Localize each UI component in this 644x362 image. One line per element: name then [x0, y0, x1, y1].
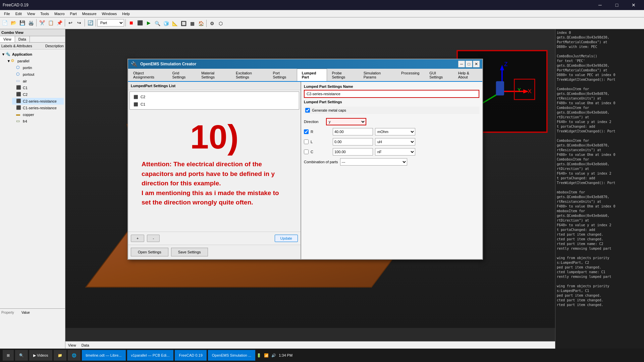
tab-excitation-settings[interactable]: Excitation Settings: [231, 69, 268, 81]
maximize-button[interactable]: □: [609, 0, 625, 10]
tab-gui-settings[interactable]: GUI Settings: [424, 69, 453, 81]
tb-shape[interactable]: ⬛: [136, 19, 144, 27]
menu-help[interactable]: Help: [119, 11, 132, 16]
taskbar-openems[interactable]: OpenEMS Simulation ...: [208, 350, 255, 361]
tree-c1-series[interactable]: ⬛ C1-series-resistance: [12, 105, 64, 111]
tab-object-assignments[interactable]: Object Assignments: [128, 69, 167, 81]
l-unit-select[interactable]: uH H mH nH: [375, 138, 415, 145]
expand-icon[interactable]: ▼: [1, 52, 5, 56]
tb-view3[interactable]: 📐: [171, 19, 179, 27]
dialog-minimize[interactable]: ─: [458, 61, 465, 67]
tree-fr4[interactable]: ▭ fr4: [12, 118, 64, 125]
tab-port-settings[interactable]: Port Settings: [268, 69, 297, 81]
close-button[interactable]: ✕: [626, 0, 641, 10]
r-checkbox[interactable]: [304, 129, 309, 134]
c-value-input[interactable]: [333, 148, 373, 156]
view-tab-label[interactable]: View: [68, 343, 76, 347]
taskbar-freecad[interactable]: FreeCAD 0.19: [175, 350, 206, 361]
dialog-maximize[interactable]: □: [466, 61, 472, 67]
menu-part[interactable]: Part: [67, 11, 79, 16]
data-tab-label[interactable]: Data: [82, 343, 89, 347]
generate-metal-caps-checkbox[interactable]: [305, 108, 310, 113]
tree-children: ▼ ⚙ parallel ⬡ portin ⬡ porto: [1, 58, 64, 125]
value-header-label: Value: [21, 311, 30, 314]
direction-select[interactable]: y x z: [326, 118, 366, 125]
taskbar-start[interactable]: ⊞: [3, 350, 14, 361]
viewport-area: y direction! Z X Y: [65, 29, 555, 341]
l-value-input[interactable]: [333, 138, 373, 145]
taskbar-v1parallel[interactable]: v1parallel — PCB Edi...: [127, 350, 174, 361]
tab-help-about[interactable]: Help & About: [453, 69, 482, 81]
taskbar-chrome[interactable]: 🌐: [68, 350, 80, 361]
r-unit-select[interactable]: mOhm Ohm kOhm: [375, 128, 415, 135]
tree-c1[interactable]: ⬛ C1: [12, 84, 64, 91]
tab-view[interactable]: View: [0, 36, 15, 42]
tb-save[interactable]: 💾: [18, 19, 26, 27]
taskbar-files[interactable]: 📁: [54, 350, 66, 361]
tb-view1[interactable]: 🔍: [153, 19, 161, 27]
taskbar-timeline[interactable]: timeline.odt — Libre...: [82, 350, 126, 361]
tb-snap1[interactable]: ⚙: [208, 19, 216, 27]
tab-simulation-params[interactable]: Simulation Params: [359, 69, 396, 81]
tree-copper[interactable]: ▬ copper: [12, 111, 64, 118]
save-settings-button[interactable]: Save Settings: [171, 248, 208, 256]
tb-stop[interactable]: ⏹: [127, 19, 135, 27]
taskbar-videos[interactable]: ▶ Videos: [29, 350, 52, 361]
tb-view4[interactable]: 🔲: [179, 19, 187, 27]
menu-macro[interactable]: Macro: [52, 11, 67, 16]
parallel-expand[interactable]: ▼: [7, 59, 11, 63]
tab-tasks[interactable]: Data: [15, 36, 30, 42]
combination-select[interactable]: --- series parallel: [340, 158, 407, 166]
taskbar-search[interactable]: 🔍: [15, 350, 28, 361]
settings-name-input[interactable]: [304, 90, 479, 98]
menu-measure[interactable]: Measure: [79, 11, 99, 16]
svg-rect-24: [496, 81, 504, 96]
tree-parallel[interactable]: ▼ ⚙ parallel: [7, 58, 64, 64]
list-item-c2[interactable]: ⬛ C2: [131, 93, 298, 101]
tab-processing[interactable]: Processing: [396, 69, 424, 81]
tb-view5[interactable]: ▦: [188, 19, 196, 27]
menu-tools[interactable]: Tools: [38, 11, 52, 16]
minimize-button[interactable]: ─: [592, 0, 608, 10]
tab-lumped-part[interactable]: Lumped Part: [297, 69, 327, 81]
dialog-close[interactable]: ✕: [473, 61, 480, 67]
part-dropdown[interactable]: Part: [97, 19, 124, 26]
update-button[interactable]: Update: [275, 235, 298, 242]
list-item-c1[interactable]: ⬛ C1: [131, 101, 298, 108]
c-unit-select[interactable]: nF F mF uF pF: [375, 148, 415, 156]
add-button[interactable]: +: [131, 235, 144, 242]
tree-c2[interactable]: ⬛ C2: [12, 91, 64, 98]
tb-print[interactable]: 🖨️: [27, 19, 35, 27]
tb-redo[interactable]: ↪: [75, 19, 83, 27]
menu-view[interactable]: View: [24, 11, 38, 16]
log-line: gets.QComboBox(0x43e8d870,: [557, 92, 643, 96]
tab-grid-settings[interactable]: Grid Settings: [167, 69, 197, 81]
menu-file[interactable]: File: [1, 11, 13, 16]
tab-probe-settings[interactable]: Probe Settings: [327, 69, 359, 81]
tb-copy[interactable]: 📋: [47, 19, 55, 27]
tab-material-settings[interactable]: Material Settings: [196, 69, 231, 81]
generate-metal-caps-label: Generate metal caps: [312, 108, 346, 112]
tb-snap2[interactable]: ⬡: [217, 19, 225, 27]
tb-paste[interactable]: 📌: [55, 19, 63, 27]
tree-air[interactable]: ▭ air: [12, 78, 64, 84]
tb-new[interactable]: 📄: [1, 19, 9, 27]
menu-edit[interactable]: Edit: [13, 11, 24, 16]
tree-portout[interactable]: ⬡ portout: [12, 71, 64, 78]
c-checkbox[interactable]: [304, 149, 309, 154]
remove-button[interactable]: -: [147, 235, 160, 242]
open-settings-button[interactable]: Open Settings: [131, 248, 168, 256]
tb-undo[interactable]: ↩: [66, 19, 74, 27]
tb-view2[interactable]: 🧊: [162, 19, 170, 27]
tb-cut[interactable]: ✂️: [38, 19, 46, 27]
tree-c2-series[interactable]: ⬛ C2-series-resistance: [12, 98, 64, 105]
tb-open[interactable]: 📂: [9, 19, 17, 27]
tree-application[interactable]: ▼ 🔩 Application: [1, 51, 64, 58]
tb-refresh[interactable]: 🔄: [86, 19, 94, 27]
tb-view6[interactable]: 🏠: [197, 19, 205, 27]
tree-portin[interactable]: ⬡ portin: [12, 64, 64, 71]
tb-play[interactable]: ▶: [145, 19, 153, 27]
menu-windows[interactable]: Windows: [99, 11, 120, 16]
r-value-input[interactable]: [333, 128, 373, 135]
l-checkbox[interactable]: [304, 139, 309, 144]
